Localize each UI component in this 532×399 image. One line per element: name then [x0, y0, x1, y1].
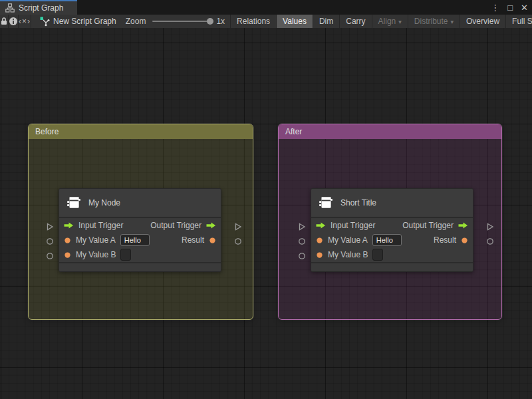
zoom-slider-handle[interactable] [207, 18, 213, 25]
flow-output-port[interactable] [234, 223, 242, 231]
graph-breadcrumb[interactable]: New Script Graph [39, 16, 116, 27]
value-input-port[interactable] [298, 252, 306, 260]
value-output-port[interactable] [486, 237, 494, 245]
window-menu-icon[interactable]: ⋮ [491, 3, 499, 13]
graph-name: New Script Graph [53, 17, 116, 26]
value-output-port[interactable] [234, 237, 242, 245]
value-dot-icon [64, 251, 71, 259]
zoom-value: 1x [216, 17, 225, 26]
window-titlebar: Script Graph ⋮ □ ✕ [0, 0, 532, 15]
port-label: Input Trigger [331, 221, 375, 230]
node-title: My Node [88, 198, 120, 207]
value-input-port[interactable] [46, 252, 54, 260]
value-input-field[interactable] [120, 249, 131, 261]
code-preview-button[interactable]: ‹×› [19, 15, 31, 28]
value-input-port[interactable] [46, 237, 54, 245]
node-footer [59, 262, 221, 271]
node-header[interactable]: Short Title [311, 189, 473, 218]
maximize-icon[interactable]: □ [507, 3, 513, 13]
graph-toolbar: ‹×› New Script Graph Zoom 1x RelationsVa… [0, 15, 532, 28]
node-footer [311, 262, 473, 271]
group-header[interactable]: After [279, 124, 501, 139]
port-label: Output Trigger [402, 221, 454, 230]
toolbar-button-full-screen[interactable]: Full Screen [505, 15, 532, 28]
node-title: Short Title [340, 198, 376, 207]
port-label: Input Trigger [78, 221, 123, 230]
port-label: Output Trigger [150, 221, 201, 230]
chevron-down-icon: ▾ [398, 19, 402, 25]
toolbar-button-relations[interactable]: Relations [230, 15, 276, 28]
node-my-node[interactable]: My Node Input Trigger Output Trigger [59, 188, 221, 272]
flow-arrow-icon [316, 222, 326, 229]
port-label: My Value A [328, 235, 368, 245]
toolbar-button-values[interactable]: Values [276, 15, 313, 28]
zoom-slider[interactable] [152, 21, 211, 22]
graph-tab-icon [5, 3, 15, 13]
graph-canvas[interactable]: Before After [0, 28, 532, 399]
port-label: Result [182, 235, 204, 245]
value-dot-icon [461, 237, 468, 244]
toolbar-button-overview[interactable]: Overview [460, 15, 505, 28]
unit-icon [318, 195, 334, 211]
flow-arrow-icon [206, 222, 216, 229]
port-label: Result [434, 235, 456, 245]
port-label: My Value A [76, 235, 116, 245]
value-dot-icon [316, 237, 323, 244]
info-icon [9, 17, 18, 26]
value-input-field[interactable] [372, 249, 383, 261]
value-input-field[interactable]: Hello [372, 234, 402, 246]
port-label: My Value B [328, 250, 368, 259]
toolbar-button-align: Align▾ [372, 15, 408, 28]
toolbar-button-dim[interactable]: Dim [313, 15, 339, 28]
flow-input-port[interactable] [46, 223, 54, 231]
toolbar-button-distribute: Distribute▾ [408, 15, 460, 28]
toolbar-button-carry[interactable]: Carry [339, 15, 371, 28]
node-short-title[interactable]: Short Title Input Trigger Output Trigger [311, 188, 473, 272]
value-input-port[interactable] [298, 237, 306, 245]
unit-icon [66, 195, 82, 211]
port-label: My Value B [76, 250, 116, 259]
flow-arrow-icon [64, 222, 74, 229]
group-label: After [285, 127, 302, 136]
flow-output-port[interactable] [486, 223, 494, 231]
flow-arrow-icon [458, 222, 468, 229]
lock-button[interactable] [0, 15, 9, 28]
close-icon[interactable]: ✕ [521, 3, 528, 13]
script-graph-icon [39, 16, 50, 27]
tab-title: Script Graph [19, 3, 63, 13]
toolbar-actions: RelationsValuesDimCarryAlign▾Distribute▾… [230, 15, 532, 28]
value-input-field[interactable]: Hello [120, 234, 150, 246]
info-button[interactable] [9, 15, 19, 28]
value-dot-icon [209, 237, 216, 244]
node-header[interactable]: My Node [59, 189, 221, 218]
lock-icon [0, 17, 8, 26]
group-label: Before [35, 127, 59, 136]
tab-script-graph[interactable]: Script Graph [0, 0, 77, 15]
value-dot-icon [316, 251, 323, 259]
value-dot-icon [64, 237, 71, 244]
zoom-label: Zoom [126, 17, 146, 26]
chevron-down-icon: ▾ [451, 19, 454, 25]
flow-input-port[interactable] [298, 223, 306, 231]
group-header[interactable]: Before [29, 124, 253, 139]
